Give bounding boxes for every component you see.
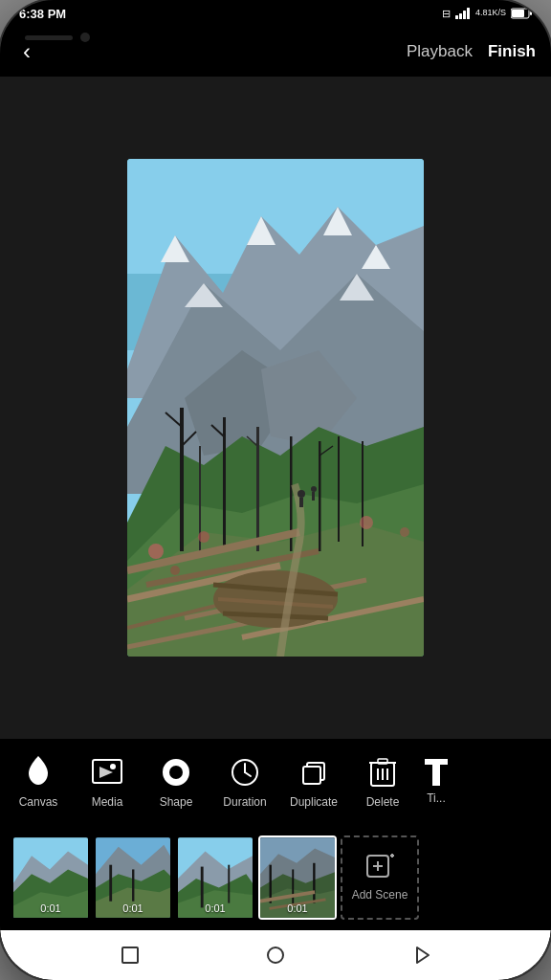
- svg-rect-50: [312, 492, 315, 501]
- battery-icon: [511, 8, 532, 19]
- scene-2-timestamp: 0:01: [96, 902, 170, 914]
- svg-rect-73: [425, 759, 448, 765]
- ti-tool[interactable]: Ti...: [417, 755, 455, 809]
- scene-3-timestamp: 0:01: [178, 902, 253, 914]
- svg-point-52: [198, 531, 209, 543]
- svg-point-55: [170, 566, 180, 575]
- finish-button[interactable]: Finish: [488, 42, 536, 61]
- canvas-icon: [21, 755, 55, 790]
- duplicate-tool[interactable]: Duplicate: [279, 751, 348, 813]
- speed-label: 4.81K/S: [475, 9, 506, 18]
- svg-rect-1: [459, 13, 462, 19]
- toolbar: Canvas Media: [0, 739, 551, 825]
- svg-rect-104: [122, 947, 138, 963]
- svg-rect-26: [223, 417, 226, 551]
- front-camera: [80, 33, 90, 42]
- svg-marker-106: [417, 947, 429, 963]
- svg-point-51: [148, 544, 164, 559]
- ti-icon: [423, 759, 450, 786]
- scene-4-timestamp: 0:01: [260, 902, 335, 914]
- duplicate-label: Duplicate: [290, 795, 338, 809]
- svg-rect-6: [530, 11, 532, 15]
- header-actions: Playback Finish: [407, 42, 536, 61]
- status-time: 6:38 PM: [19, 7, 66, 21]
- svg-rect-94: [270, 865, 272, 903]
- ti-label: Ti...: [427, 791, 446, 805]
- canvas-label: Canvas: [19, 795, 58, 809]
- recents-nav-button[interactable]: [411, 946, 430, 965]
- svg-rect-83: [132, 869, 134, 901]
- timeline-strip: 0:01 0:01: [0, 825, 551, 930]
- svg-rect-31: [319, 441, 321, 551]
- back-nav-button[interactable]: [121, 946, 140, 965]
- svg-point-49: [311, 486, 317, 492]
- svg-rect-35: [362, 441, 364, 546]
- svg-rect-95: [292, 869, 294, 903]
- media-tool[interactable]: Media: [73, 751, 142, 813]
- svg-rect-23: [180, 408, 184, 551]
- scene-thumb-2[interactable]: 0:01: [94, 835, 172, 920]
- add-scene-button[interactable]: Add Scene: [341, 835, 419, 920]
- duration-label: Duration: [223, 795, 266, 809]
- svg-rect-65: [303, 767, 320, 784]
- svg-rect-48: [299, 498, 303, 507]
- duration-tool[interactable]: Duration: [210, 751, 279, 813]
- media-label: Media: [92, 795, 123, 809]
- svg-rect-96: [313, 863, 315, 903]
- svg-rect-88: [201, 867, 204, 908]
- media-icon: [90, 755, 124, 790]
- add-scene-label: Add Scene: [352, 888, 408, 902]
- duration-icon: [228, 755, 262, 790]
- home-nav-button[interactable]: [266, 946, 285, 965]
- svg-point-54: [400, 527, 409, 537]
- svg-point-47: [298, 490, 305, 498]
- canvas-tool[interactable]: Canvas: [4, 751, 73, 813]
- svg-rect-0: [455, 15, 458, 19]
- scene-1-timestamp: 0:01: [13, 902, 88, 914]
- duplicate-icon: [297, 755, 331, 790]
- svg-rect-89: [228, 865, 230, 903]
- svg-point-60: [169, 766, 183, 779]
- signal-icon: [455, 8, 471, 19]
- delete-tool[interactable]: Delete: [348, 751, 417, 813]
- status-bar: 6:38 PM ⊟ 4.81K/S: [0, 0, 551, 27]
- svg-line-63: [245, 772, 251, 776]
- delete-icon: [365, 755, 400, 790]
- notch: [0, 27, 115, 48]
- svg-rect-34: [338, 436, 340, 542]
- svg-point-105: [268, 947, 283, 963]
- shape-label: Shape: [160, 795, 193, 809]
- svg-point-58: [110, 764, 116, 769]
- preview-frame: [127, 159, 424, 657]
- nav-bar: [0, 930, 551, 980]
- scene-thumb-4[interactable]: 0:01: [258, 835, 337, 920]
- svg-rect-71: [378, 759, 387, 764]
- status-icons: ⊟ 4.81K/S: [442, 8, 532, 20]
- playback-button[interactable]: Playback: [407, 42, 473, 61]
- scene-thumb-3[interactable]: 0:01: [176, 835, 254, 920]
- speaker: [25, 35, 73, 40]
- delete-label: Delete: [366, 795, 400, 809]
- phone-shell: 6:38 PM ⊟ 4.81K/S: [0, 0, 551, 980]
- add-scene-icon: [365, 854, 394, 882]
- screen: 6:38 PM ⊟ 4.81K/S: [0, 0, 551, 980]
- shape-tool[interactable]: Shape: [142, 751, 210, 813]
- svg-point-53: [360, 516, 373, 529]
- video-preview: [0, 77, 551, 739]
- svg-rect-82: [109, 865, 112, 902]
- svg-rect-5: [512, 10, 524, 17]
- main-content: Canvas Media: [0, 77, 551, 930]
- svg-rect-2: [463, 11, 466, 19]
- scene-thumb-1[interactable]: 0:01: [11, 835, 90, 920]
- photo-icon: ⊟: [442, 8, 451, 20]
- svg-rect-3: [467, 8, 470, 19]
- shape-icon: [159, 755, 193, 790]
